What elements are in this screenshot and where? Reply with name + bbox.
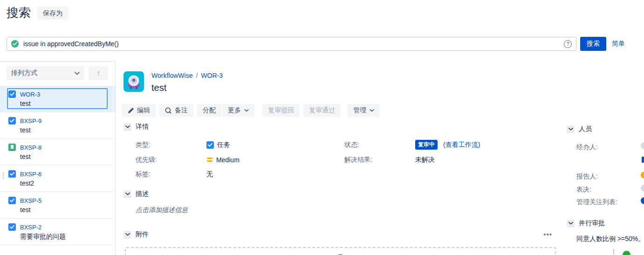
assign-to-me-link[interactable] — [642, 157, 644, 163]
panel-resize-handle[interactable]: ⋮ — [0, 173, 4, 178]
sort-by-dropdown[interactable]: 排列方式 — [7, 66, 84, 80]
issue-key: WOR-3 — [20, 91, 40, 98]
chevron-down-icon — [125, 193, 130, 195]
chevron-down-icon — [370, 109, 374, 112]
breadcrumb-separator: / — [196, 72, 198, 79]
chevron-down-icon — [125, 233, 130, 236]
status-badge: 复审中 — [415, 140, 438, 150]
collapse-approval-button[interactable] — [567, 220, 575, 227]
watchers-label: 管理关注列表: — [576, 198, 617, 207]
type-label: 类型: — [136, 141, 206, 149]
comment-label: 备注 — [175, 106, 188, 115]
issue-summary: test — [20, 153, 109, 160]
chevron-down-icon — [75, 72, 80, 75]
admin-button[interactable]: 管理 — [348, 104, 380, 117]
attachments-section: 附件 ••• — [123, 230, 552, 239]
edit-label: 编辑 — [137, 106, 150, 115]
approval-heading: 并行审批 — [579, 219, 605, 227]
task-type-icon — [8, 197, 16, 204]
task-type-icon — [8, 223, 16, 231]
list-item-bxsp-8[interactable]: BXSP-8 test — [0, 139, 115, 165]
task-type-icon — [8, 117, 16, 124]
issue-summary: test — [20, 100, 109, 107]
collapse-people-button[interactable] — [567, 125, 575, 133]
type-value: 任务 — [206, 141, 344, 149]
breadcrumb-issue-link[interactable]: WOR-3 — [201, 72, 223, 79]
type-text: 任务 — [217, 141, 230, 149]
resolution-value: 未解决 — [415, 156, 566, 164]
assignee-label: 经办人: — [576, 143, 598, 152]
votes-label: 表决: — [576, 186, 591, 194]
reporter-avatar — [641, 172, 644, 179]
view-workflow-link[interactable]: (查看工作流) — [443, 141, 480, 149]
save-as-button[interactable]: 保存为 — [37, 7, 68, 20]
attachments-heading: 附件 — [136, 230, 149, 239]
assignee-avatar — [641, 142, 644, 149]
list-item-bxsp-2[interactable]: BXSP-2 需要审批的问题 — [0, 219, 115, 245]
task-type-icon — [8, 170, 16, 178]
collapse-attachments-button[interactable] — [123, 231, 131, 239]
labels-value: 无 — [206, 170, 344, 179]
people-heading: 人员 — [579, 125, 592, 133]
approval-rule-text: 同意人数比例 >=50%。 — [576, 235, 644, 243]
issue-key: BXSP-6 — [20, 171, 41, 178]
valid-query-check-icon — [11, 40, 19, 48]
issue-list-sidebar: 排列方式 ↑ WOR-3 test BXSP-9 test BXSP-8 — [0, 61, 116, 255]
issue-title: test — [151, 83, 166, 93]
more-label: 更多 — [228, 106, 241, 115]
issue-key: BXSP-8 — [20, 144, 41, 151]
edit-button[interactable]: 编辑 — [122, 104, 156, 117]
breadcrumb-project-link[interactable]: WorkflowWise — [151, 72, 192, 79]
description-placeholder[interactable]: 点击添加描述信息 — [136, 206, 566, 214]
divider — [613, 249, 614, 255]
watchers-badge[interactable] — [641, 197, 644, 204]
priority-label: 优先级: — [136, 156, 206, 164]
admin-label: 管理 — [353, 106, 366, 115]
breadcrumb: WorkflowWise / WOR-3 — [151, 72, 223, 79]
task-type-icon — [206, 141, 214, 149]
jql-query-text: issue in approvedCreatedByMe() — [23, 40, 119, 48]
sort-by-label: 排列方式 — [11, 69, 37, 77]
collapse-description-button[interactable] — [123, 190, 131, 198]
project-avatar[interactable] — [123, 71, 144, 92]
issue-summary: test — [20, 126, 109, 134]
review-reject-button: 复审驳回 — [262, 104, 300, 117]
search-button[interactable]: 搜索 — [580, 37, 606, 51]
votes-badge[interactable] — [641, 185, 644, 192]
description-heading: 描述 — [136, 190, 149, 198]
priority-text: Medium — [216, 156, 240, 164]
issue-key: BXSP-5 — [20, 197, 41, 204]
collapse-details-button[interactable] — [123, 123, 131, 131]
chevron-down-icon — [569, 128, 573, 131]
attachments-menu-icon[interactable]: ••• — [543, 232, 552, 237]
priority-value: Medium — [206, 156, 344, 164]
sort-direction-button[interactable]: ↑ — [89, 66, 108, 80]
simple-mode-link[interactable]: 简单 — [612, 40, 625, 48]
list-item-bxsp-6[interactable]: BXSP-6 test2 — [0, 165, 115, 192]
issue-toolbar: 编辑 备注 分配 更多 复审驳回 复审通过 管理 — [122, 104, 380, 117]
details-heading: 详情 — [136, 123, 149, 131]
pencil-icon — [128, 108, 134, 114]
issue-key: BXSP-2 — [20, 224, 41, 231]
priority-medium-icon — [206, 157, 213, 163]
help-icon[interactable]: ? — [564, 40, 572, 48]
list-item-wor-3[interactable]: WOR-3 test — [0, 86, 115, 112]
more-button[interactable]: 更多 — [222, 104, 254, 117]
status-label: 状态: — [344, 141, 415, 149]
status-value: 复审中 (查看工作流) — [415, 140, 566, 150]
issue-summary: test2 — [20, 179, 109, 187]
description-section: 描述 点击添加描述信息 — [123, 190, 566, 214]
issue-summary: 需要审批的问题 — [20, 233, 109, 241]
jql-search-input[interactable]: issue in approvedCreatedByMe() ? — [7, 37, 576, 51]
approver-status-icon — [623, 251, 630, 255]
issue-key: BXSP-9 — [20, 117, 41, 124]
review-approve-button: 复审通过 — [303, 104, 341, 117]
reporter-label: 报告人: — [576, 172, 598, 181]
issue-summary: test — [20, 206, 109, 214]
list-item-bxsp-9[interactable]: BXSP-9 test — [0, 112, 115, 139]
attachment-dropzone[interactable] — [125, 247, 556, 255]
comment-button[interactable]: 备注 — [159, 104, 193, 117]
comment-bubble-icon — [165, 107, 171, 114]
list-item-bxsp-5[interactable]: BXSP-5 test — [0, 192, 115, 219]
assign-button[interactable]: 分配 — [197, 104, 221, 117]
